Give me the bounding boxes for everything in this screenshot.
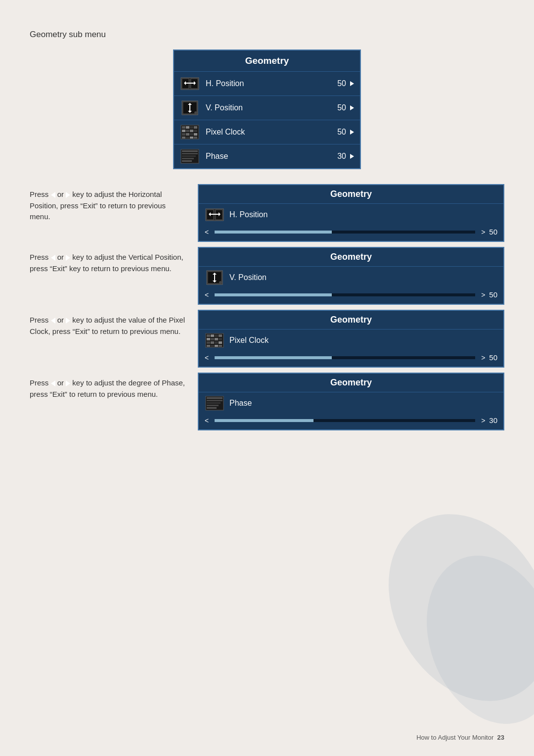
svg-rect-21	[182, 137, 185, 139]
pixelclock-arrow	[350, 130, 354, 135]
left-arrow-icon-2	[51, 255, 55, 261]
pixelclock-slider-right[interactable]: >	[481, 354, 485, 362]
vposition-arrow	[350, 105, 354, 110]
svg-rect-48	[207, 341, 210, 344]
svg-rect-9	[182, 126, 185, 129]
phase-slider-value: 30	[489, 416, 497, 425]
svg-rect-12	[194, 126, 197, 129]
hposition-detail-icon	[205, 207, 224, 223]
phase-slider-bar[interactable]	[215, 419, 475, 422]
menu-row-hposition[interactable]: H. Position 50	[174, 71, 360, 95]
hposition-icon-row: H. Position	[199, 203, 503, 225]
hposition-slider-left[interactable]: <	[205, 228, 209, 236]
section-phase: Press or key to adjust the degree of Pha…	[30, 373, 504, 430]
vposition-label: V. Position	[206, 103, 337, 112]
phase-slider-row[interactable]: < > 30	[199, 413, 503, 429]
svg-rect-52	[207, 345, 210, 347]
pixelclock-slider-left[interactable]: <	[205, 354, 209, 362]
svg-rect-13	[182, 130, 185, 132]
main-geometry-menu: Geometry H. Position 50	[30, 49, 504, 169]
svg-rect-19	[190, 133, 193, 136]
phase-icon	[180, 148, 200, 164]
vposition-slider-bar[interactable]	[215, 293, 475, 296]
main-menu-title: Geometry	[174, 50, 360, 71]
right-arrow-icon-3	[66, 318, 70, 324]
svg-rect-26	[182, 150, 198, 152]
phase-label: Phase	[206, 152, 337, 161]
svg-rect-60	[207, 405, 219, 406]
pixelclock-icon	[180, 124, 200, 140]
svg-rect-23	[190, 137, 193, 139]
svg-rect-40	[207, 334, 210, 337]
menu-row-vposition[interactable]: V. Position 50	[174, 95, 360, 120]
svg-rect-20	[194, 133, 197, 136]
vposition-icon-row: V. Position	[199, 266, 503, 287]
pixelclock-slider-bar[interactable]	[215, 356, 475, 359]
svg-rect-42	[215, 334, 218, 337]
hposition-slider-right[interactable]: >	[481, 228, 485, 236]
phase-detail-box: Geometry Phase	[198, 373, 504, 430]
phase-icon-row: Phase	[199, 392, 503, 413]
pixelclock-detail-icon	[205, 332, 224, 348]
svg-rect-24	[194, 137, 197, 139]
section-pixelclock: Press or key to adjust the value of the …	[30, 310, 504, 368]
vposition-slider-row[interactable]: < > 50	[199, 287, 503, 304]
pixelclock-label: Pixel Clock	[206, 128, 337, 137]
pixelclock-value: 50	[337, 128, 346, 137]
svg-rect-46	[215, 338, 218, 340]
pixelclock-panel-title: Geometry	[199, 311, 503, 329]
svg-rect-18	[186, 133, 189, 136]
phase-slider-right[interactable]: >	[481, 417, 485, 425]
svg-rect-22	[186, 137, 189, 139]
right-arrow-icon-4	[66, 380, 70, 386]
left-arrow-icon-4	[51, 380, 55, 386]
svg-point-38	[219, 281, 222, 284]
svg-rect-11	[190, 126, 193, 129]
svg-rect-49	[211, 341, 214, 344]
svg-rect-54	[215, 345, 218, 347]
hposition-detail-box: Geometry H. Position <	[198, 184, 504, 242]
hposition-panel-title: Geometry	[199, 185, 503, 203]
svg-rect-30	[182, 160, 192, 162]
hposition-slider-row[interactable]: < > 50	[199, 225, 503, 241]
hposition-description: Press or key to adjust the Horizontal Po…	[30, 184, 188, 242]
hposition-arrow	[350, 81, 354, 86]
pixelclock-slider-row[interactable]: < > 50	[199, 350, 503, 367]
vposition-description: Press or key to adjust the Vertical Posi…	[30, 247, 188, 305]
phase-value: 30	[337, 152, 346, 161]
footer: How to Adjust Your Monitor 23	[416, 734, 504, 741]
phase-panel-title: Geometry	[199, 374, 503, 392]
vposition-slider-right[interactable]: >	[481, 291, 485, 299]
right-arrow-icon-2	[66, 255, 70, 261]
menu-row-phase[interactable]: Phase 30	[174, 144, 360, 168]
svg-rect-43	[219, 334, 222, 337]
vposition-value: 50	[337, 103, 346, 112]
svg-rect-10	[186, 126, 189, 129]
menu-row-pixelclock[interactable]: Pixel Clock 50	[174, 120, 360, 144]
vposition-panel-title: Geometry	[199, 248, 503, 266]
pixelclock-detail-label: Pixel Clock	[229, 336, 268, 345]
svg-rect-16	[194, 130, 197, 132]
svg-rect-61	[207, 407, 217, 409]
geometry-menu-box: Geometry H. Position 50	[173, 49, 361, 169]
svg-rect-50	[215, 341, 218, 344]
pixelclock-description: Press or key to adjust the value of the …	[30, 310, 188, 368]
phase-detail-panel: Geometry Phase	[198, 373, 504, 430]
svg-rect-17	[182, 133, 185, 136]
vposition-slider-value: 50	[489, 290, 497, 299]
svg-rect-58	[207, 400, 222, 401]
phase-slider-left[interactable]: <	[205, 417, 209, 425]
vposition-slider-fill	[215, 293, 332, 296]
hposition-value: 50	[337, 79, 346, 88]
svg-rect-44	[207, 338, 210, 340]
hposition-slider-bar[interactable]	[215, 231, 475, 234]
svg-point-7	[194, 111, 197, 114]
vposition-slider-left[interactable]: <	[205, 291, 209, 299]
left-arrow-icon-1	[51, 192, 55, 198]
footer-label: How to Adjust Your Monitor	[416, 734, 493, 741]
svg-rect-55	[219, 345, 222, 347]
phase-detail-label: Phase	[229, 399, 252, 408]
svg-rect-53	[211, 345, 214, 347]
left-arrow-icon-3	[51, 318, 55, 324]
svg-rect-45	[211, 338, 214, 340]
